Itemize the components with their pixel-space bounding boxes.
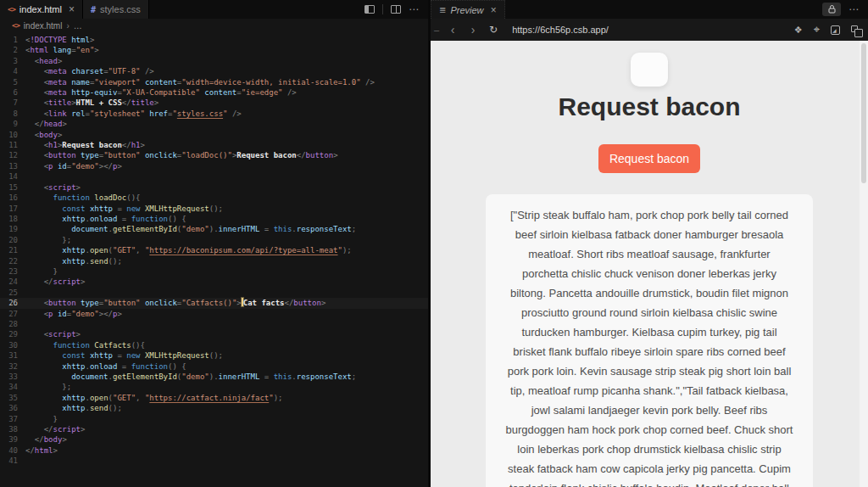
- code-line[interactable]: 35 xhttp.open("GET", "https://catfact.ni…: [0, 393, 428, 403]
- line-number: 8: [0, 109, 25, 119]
- line-number: 21: [0, 245, 25, 255]
- line-number: 7: [0, 98, 25, 108]
- toggle-layout-icon[interactable]: [364, 5, 375, 14]
- tab-label: styles.css: [100, 4, 141, 14]
- code-line[interactable]: 40</html>: [0, 445, 428, 456]
- preview-scrollbar[interactable]: [860, 41, 868, 487]
- code-line[interactable]: 18 xhttp.onload = function() {: [0, 214, 428, 224]
- code-line[interactable]: 23 }: [0, 266, 428, 277]
- line-number: 17: [0, 204, 25, 214]
- line-number: 34: [0, 382, 25, 392]
- response-card: ["Strip steak buffalo ham, pork chop por…: [486, 194, 813, 487]
- line-number: 40: [0, 445, 25, 456]
- breadcrumb[interactable]: <> index.html › …: [0, 19, 428, 32]
- code-line[interactable]: 33 document.getElementById("demo").inner…: [0, 372, 428, 382]
- inspect-target-icon[interactable]: ⌖: [814, 23, 820, 36]
- code-line[interactable]: 3 <head>: [0, 56, 428, 66]
- refresh-icon[interactable]: ↻: [485, 24, 502, 36]
- pane-resize-handle[interactable]: –: [434, 25, 439, 35]
- preview-tab-bar: ≣ Preview × ⋯: [431, 0, 868, 19]
- code-line[interactable]: 22 xhttp.send();: [0, 256, 428, 266]
- url-field[interactable]: https://6ch56p.csb.app/: [512, 25, 791, 35]
- line-number: 2: [0, 45, 25, 55]
- code-line[interactable]: 39 </body>: [0, 434, 428, 445]
- code-line[interactable]: 36 xhttp.send();: [0, 403, 428, 413]
- tab-index-html[interactable]: <> index.html ×: [0, 0, 83, 19]
- editor-toolbar: ⋯: [356, 0, 428, 19]
- code-line[interactable]: 24 </script>: [0, 277, 428, 287]
- code-line[interactable]: 12 <button type="button" onclick="loadDo…: [0, 150, 428, 160]
- open-external-icon[interactable]: [851, 25, 858, 32]
- scrollbar-thumb[interactable]: [861, 43, 866, 183]
- request-bacon-button[interactable]: Request bacon: [598, 144, 700, 173]
- line-number: 15: [0, 182, 25, 193]
- html-file-icon: <>: [8, 5, 15, 14]
- back-icon[interactable]: ‹: [444, 24, 461, 36]
- code-line[interactable]: 10 <body>: [0, 130, 428, 140]
- line-number: 39: [0, 434, 25, 445]
- line-number: 28: [0, 319, 25, 329]
- sparkle-icon[interactable]: ❖: [794, 25, 803, 36]
- tab-styles-css[interactable]: # styles.css: [83, 0, 149, 19]
- line-number: 31: [0, 350, 25, 361]
- page-heading: Request bacon: [558, 92, 740, 122]
- code-line[interactable]: 14: [0, 171, 428, 182]
- code-line[interactable]: 27 <p id="demo"></p>: [0, 309, 428, 319]
- code-line[interactable]: 41: [0, 456, 428, 466]
- code-line[interactable]: 5 <meta name="viewport" content="width=d…: [0, 77, 428, 87]
- close-tab-icon[interactable]: ×: [69, 3, 75, 15]
- tab-label: index.html: [19, 4, 62, 14]
- browser-nav-bar: – ‹ › ↻ https://6ch56p.csb.app/ ❖ ⌖ ◢: [431, 19, 868, 41]
- code-line[interactable]: 8 <link rel="stylesheet" href="styles.cs…: [0, 109, 428, 119]
- more-actions-icon[interactable]: ⋯: [849, 3, 860, 15]
- forward-icon[interactable]: ›: [465, 24, 481, 36]
- code-line[interactable]: 9 </head>: [0, 119, 428, 129]
- code-line[interactable]: 19 document.getElementById("demo").inner…: [0, 224, 428, 234]
- code-line[interactable]: 28: [0, 319, 428, 329]
- code-line[interactable]: 31 const xhttp = new XMLHttpRequest();: [0, 350, 428, 361]
- tab-preview[interactable]: ≣ Preview ×: [431, 0, 505, 19]
- split-editor-icon[interactable]: [391, 5, 401, 14]
- code-line[interactable]: 13 <p id="demo"></p>: [0, 161, 428, 171]
- code-line[interactable]: 2<html lang="en">: [0, 45, 428, 55]
- line-number: 35: [0, 393, 25, 403]
- code-line[interactable]: 38 </script>: [0, 424, 428, 434]
- tab-label: Preview: [450, 5, 483, 15]
- code-line[interactable]: 25: [0, 288, 428, 298]
- code-line[interactable]: 4 <meta charset="UTF-8" />: [0, 66, 428, 76]
- line-number: 12: [0, 150, 25, 160]
- line-number: 1: [0, 35, 25, 45]
- line-number: 26: [0, 298, 25, 308]
- code-line[interactable]: 32 xhttp.onload = function() {: [0, 361, 428, 372]
- code-line[interactable]: 11 <h1>Request bacon</h1>: [0, 140, 428, 150]
- code-line[interactable]: 17 const xhttp = new XMLHttpRequest();: [0, 204, 428, 214]
- rounded-placeholder-card: [631, 53, 668, 87]
- code-line[interactable]: 16 function loadDoc(){: [0, 193, 428, 203]
- line-number: 10: [0, 130, 25, 140]
- line-number: 11: [0, 140, 25, 150]
- line-number: 19: [0, 224, 25, 234]
- nav-right-actions: ❖ ⌖ ◢: [794, 23, 860, 36]
- line-number: 16: [0, 193, 25, 203]
- code-line[interactable]: 15 <script>: [0, 182, 428, 193]
- more-actions-icon[interactable]: ⋯: [409, 3, 420, 15]
- line-number: 33: [0, 372, 25, 382]
- code-editor[interactable]: 1<!DOCTYPE html>2<html lang="en">3 <head…: [0, 32, 428, 487]
- code-line[interactable]: 6 <meta http-equiv="X-UA-Compatible" con…: [0, 87, 428, 98]
- code-line[interactable]: 26 <button type="button" onclick="Catfac…: [0, 298, 428, 308]
- line-number: 18: [0, 214, 25, 224]
- chevron-right-icon: ›: [66, 21, 69, 31]
- preview-icon: ≣: [439, 5, 446, 14]
- code-line[interactable]: 21 xhttp.open("GET", "https://baconipsum…: [0, 245, 428, 255]
- code-line[interactable]: 29 <script>: [0, 329, 428, 339]
- line-number: 22: [0, 256, 25, 266]
- lock-icon[interactable]: [822, 3, 841, 16]
- code-line[interactable]: 30 function Catfacts(){: [0, 340, 428, 350]
- close-tab-icon[interactable]: ×: [491, 4, 497, 16]
- code-line[interactable]: 20 };: [0, 235, 428, 245]
- console-icon[interactable]: ◢: [831, 25, 840, 35]
- code-line[interactable]: 34 };: [0, 382, 428, 392]
- code-line[interactable]: 37 }: [0, 414, 428, 424]
- code-line[interactable]: 7 <title>HTML + CSS</title>: [0, 98, 428, 108]
- code-line[interactable]: 1<!DOCTYPE html>: [0, 35, 428, 45]
